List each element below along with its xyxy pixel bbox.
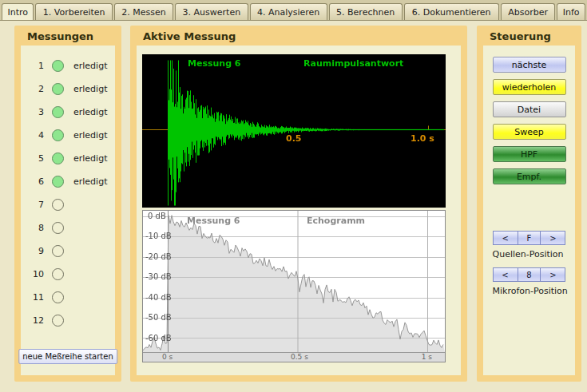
measurement-number: 7: [31, 200, 44, 210]
measurement-row: 12: [31, 309, 115, 332]
measurement-row: 6 erledigt: [31, 170, 115, 193]
impulse-response-waveform: [142, 54, 446, 208]
next-button[interactable]: nächste: [493, 57, 566, 73]
impulse-series-label: Messung 6: [188, 58, 241, 69]
impulse-chart-title: Raumimpulsantwort: [303, 58, 403, 69]
new-series-button[interactable]: neue Meßreihe starten: [18, 349, 117, 364]
echogram-ytick-20: -20 dB: [145, 252, 172, 262]
echogram-ytick-50: -50 dB: [145, 313, 172, 323]
echogram-xtick-0: 0 s: [162, 353, 173, 361]
repeat-button[interactable]: wiederholen: [493, 79, 566, 95]
measurement-status-radio[interactable]: [52, 176, 64, 188]
tab-messen[interactable]: 2. Messen: [114, 3, 173, 20]
measurement-row: 1 erledigt: [31, 54, 115, 77]
microphone-value-button[interactable]: 8: [518, 267, 541, 282]
measurement-status-label: erledigt: [73, 61, 107, 71]
tab-info[interactable]: Info: [557, 3, 585, 20]
measurement-number: 12: [31, 315, 44, 326]
source-position-control: < F > Quellen-Position: [493, 231, 566, 259]
tab-absorber[interactable]: Absorber: [501, 3, 556, 20]
measurement-row: 4 erledigt: [31, 124, 115, 147]
echogram-xtick-1: 1 s: [422, 353, 432, 361]
measurement-status-radio[interactable]: [52, 268, 64, 280]
tab-berechnen[interactable]: 5. Berechnen: [329, 3, 403, 20]
measurement-status-radio[interactable]: [52, 245, 64, 257]
active-measurement-panel: Aktive Messung Messung 6 Raumimpulsantwo…: [130, 26, 467, 382]
steuerung-panel: Steuerung nächste wiederholen Datei Swee…: [477, 26, 581, 382]
impulse-xtick-05: 0.5: [286, 133, 302, 144]
measurement-number: 11: [31, 292, 44, 303]
source-next-button[interactable]: >: [540, 231, 565, 245]
main-tab-bar: Intro 1. Vorbereiten 2. Messen 3. Auswer…: [0, 0, 587, 21]
measurement-list: 1 erledigt 2 erledigt 3 erledigt 4 erled…: [21, 46, 115, 332]
echogram-ytick-40: -40 dB: [145, 293, 172, 303]
measurement-status-label: erledigt: [73, 107, 107, 117]
tab-vorbereiten[interactable]: 1. Vorbereiten: [35, 3, 113, 20]
measurement-number: 1: [31, 61, 44, 71]
measurement-number: 8: [31, 223, 44, 233]
measurement-status-label: erledigt: [73, 130, 107, 141]
measurement-status-radio[interactable]: [52, 199, 64, 211]
measurement-status-radio[interactable]: [52, 291, 64, 303]
microphone-prev-button[interactable]: <: [493, 267, 518, 282]
impulse-response-chart: Messung 6 Raumimpulsantwort 0.5 1.0 s: [142, 54, 446, 208]
empf-button[interactable]: Empf.: [493, 168, 566, 184]
measurement-row: 9: [31, 240, 115, 263]
hpf-button[interactable]: HPF: [493, 146, 566, 162]
microphone-position-control: < 8 > Mikrofon-Position: [493, 267, 566, 296]
echogram-ytick-60: -60 dB: [145, 334, 172, 343]
tab-intro[interactable]: Intro: [2, 3, 34, 20]
measurement-number: 4: [31, 130, 44, 141]
measurement-number: 10: [31, 269, 44, 279]
source-prev-button[interactable]: <: [493, 231, 518, 245]
measurement-number: 5: [31, 153, 44, 164]
file-button[interactable]: Datei: [493, 101, 566, 117]
echogram-ytick-10: -10 dB: [145, 232, 172, 241]
impulse-xtick-10: 1.0 s: [411, 133, 434, 144]
measurement-status-radio[interactable]: [52, 129, 64, 141]
measurement-status-radio[interactable]: [52, 60, 64, 72]
measurement-status-label: erledigt: [73, 84, 107, 94]
measurement-row: 3 erledigt: [31, 101, 115, 124]
echogram-chart: Messung 6 Echogramm 0 dB -10 dB -20 dB -…: [142, 210, 446, 362]
tab-dokumentieren[interactable]: 6. Dokumentieren: [404, 3, 499, 20]
measurement-number: 9: [31, 246, 44, 256]
measurement-status-label: erledigt: [73, 176, 107, 187]
measurement-number: 6: [31, 176, 44, 187]
echogram-trace: [143, 211, 445, 353]
measurement-row: 10: [31, 263, 115, 286]
echogram-x-axis: 0 s 0.5 s 1 s: [143, 352, 445, 362]
measurement-status-radio[interactable]: [52, 83, 64, 95]
echogram-xtick-05: 0.5 s: [291, 353, 308, 361]
microphone-next-button[interactable]: >: [540, 267, 565, 282]
active-measurement-title: Aktive Messung: [137, 26, 461, 46]
microphone-position-label: Mikrofon-Position: [493, 286, 566, 296]
measurement-status-label: erledigt: [73, 153, 107, 164]
measurement-status-radio[interactable]: [52, 106, 64, 118]
steuerung-title: Steuerung: [483, 26, 575, 46]
tab-analysieren[interactable]: 4. Analysieren: [250, 3, 327, 20]
tab-auswerten[interactable]: 3. Auswerten: [175, 3, 248, 20]
source-position-label: Quellen-Position: [493, 249, 566, 259]
echogram-chart-title: Echogramm: [307, 216, 365, 226]
measurement-status-radio[interactable]: [52, 222, 64, 234]
source-value-button[interactable]: F: [518, 231, 541, 245]
measurement-row: 7: [31, 193, 115, 216]
messungen-title: Messungen: [21, 26, 115, 46]
measurement-row: 11: [31, 286, 115, 309]
echogram-ytick-0: 0 dB: [148, 212, 166, 221]
measurement-row: 8: [31, 216, 115, 240]
measurement-status-radio[interactable]: [52, 152, 64, 164]
measurement-row: 2 erledigt: [31, 77, 115, 101]
echogram-ytick-30: -30 dB: [145, 272, 172, 282]
messungen-panel: Messungen 1 erledigt 2 erledigt 3 erledi…: [14, 26, 121, 382]
sweep-button[interactable]: Sweep: [493, 124, 566, 140]
echogram-series-label: Messung 6: [187, 216, 240, 226]
measurement-number: 2: [31, 84, 44, 94]
measurement-number: 3: [31, 107, 44, 117]
measurement-status-radio[interactable]: [52, 315, 64, 327]
measurement-row: 5 erledigt: [31, 147, 115, 170]
